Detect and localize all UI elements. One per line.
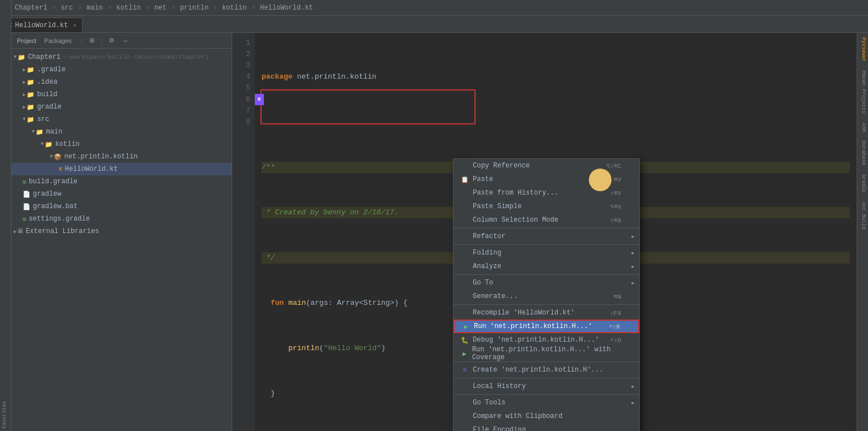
project-tree: ▼ 📁 Chapter1 ~/workspace/Kotlin-imooc/co… [11, 49, 232, 431]
gradle-panel[interactable]: Gradle [857, 170, 868, 197]
maven-panel[interactable]: Maven Projects [857, 66, 868, 118]
tree-root[interactable]: ▼ 📁 Chapter1 ~/workspace/Kotlin-imooc/co… [11, 51, 232, 63]
tree-settings-gradle[interactable]: ⊙ settings.gradle [11, 213, 232, 225]
tree-gradle[interactable]: ▶ 📁 gradle [11, 101, 232, 113]
ctx-compare-clipboard[interactable]: Compare with Clipboard [454, 410, 639, 423]
tree-external-libs[interactable]: ▶ 🏛 External Libraries [11, 225, 232, 238]
tree-src[interactable]: ▼ 📁 src [11, 113, 232, 126]
ctx-recompile[interactable]: Recompile 'HelloWorld.kt' ⇧F9 [454, 306, 639, 320]
yellow-dot-indicator [589, 169, 612, 191]
folder-icon: 📁 [27, 79, 35, 86]
package-icon: 📦 [54, 153, 62, 161]
folder-icon: 📁 [27, 91, 35, 98]
tree-arrow-root: ▼ [14, 54, 16, 60]
asm-panel[interactable]: ASM [857, 118, 868, 136]
tree-main[interactable]: ▼ 📁 main [11, 126, 232, 138]
tab-bar: K HelloWorld.kt ✕ [0, 16, 868, 33]
code-line-1: package net.println.kotlin [262, 71, 850, 83]
folder-icon: 📁 [18, 54, 25, 61]
tree-gradle-hidden[interactable]: ▶ 📁 .gradle [11, 63, 232, 76]
toolbar-sync[interactable]: ⊞ [87, 36, 97, 45]
gradle-icon: ⊙ [23, 178, 27, 186]
tab-close-icon[interactable]: ✕ [73, 22, 76, 29]
tree-kotlin[interactable]: ▼ 📁 kotlin [11, 138, 232, 150]
ctx-refactor[interactable]: Refactor [454, 230, 639, 243]
ctx-goto[interactable]: Go To [454, 276, 639, 290]
project-tab[interactable]: Project [15, 36, 39, 45]
coverage-icon: ▶ [460, 350, 469, 357]
folder-icon: 📁 [27, 116, 35, 123]
folder-icon: 📁 [27, 104, 35, 111]
ctx-column-select[interactable]: Column Selection Mode ⇧⌘8 [454, 213, 639, 227]
folder-icon: 📁 [45, 141, 53, 148]
tree-build[interactable]: ▶ 📁 build [11, 88, 232, 101]
ctx-sep-7 [454, 394, 639, 395]
main-layout: 1: Project 2: Structure Project Packages… [0, 33, 868, 431]
line-numbers: 1 2 3 4 5 6 7 8 [232, 33, 255, 431]
ctx-sep-4 [454, 304, 639, 305]
ctx-go-tools[interactable]: Go Tools [454, 396, 639, 410]
ctx-sep-1 [454, 228, 639, 229]
create-icon: K [460, 367, 469, 373]
ctx-create[interactable]: K Create 'net.println.kotlin.H'... [454, 363, 639, 377]
favorites-label[interactable]: Favorites [0, 399, 11, 431]
folder-icon: 📁 [36, 128, 44, 136]
ctx-sep-5 [454, 361, 639, 362]
bat-icon: 📄 [23, 203, 31, 210]
folder-icon: 📁 [27, 66, 35, 74]
ctx-copy-reference[interactable]: Copy Reference ⌥⇧⌘C [454, 159, 639, 173]
gradle-settings-icon: ⊙ [23, 215, 27, 223]
packages-tab[interactable]: Packages [42, 36, 74, 45]
right-sidebar: PyViewer Maven Projects ASM Database Gra… [857, 33, 868, 431]
ctx-generate[interactable]: Generate... ⌘N [454, 290, 639, 303]
pyviewer-panel[interactable]: PyViewer [857, 33, 868, 66]
tree-helloworld[interactable]: K HelloWorld.kt [11, 163, 232, 175]
library-icon: 🏛 [18, 228, 23, 235]
ctx-analyze[interactable]: Analyze [454, 260, 639, 273]
ctx-debug[interactable]: 🐛 Debug 'net.println.kotlin.H...' ^⇧D [454, 333, 639, 347]
toolbar-settings[interactable]: ⚙ [106, 36, 117, 45]
ctx-local-history[interactable]: Local History [454, 380, 639, 393]
context-menu: Copy Reference ⌥⇧⌘C 📋 Paste ⌘V Paste fro… [453, 158, 640, 431]
favorites-sidebar: Favorites [0, 0, 11, 431]
ant-build-panel[interactable]: Ant Build [857, 197, 868, 234]
ctx-run-coverage[interactable]: ▶ Run 'net.println.kotlin.H...' with Cov… [454, 347, 639, 360]
database-panel[interactable]: Database [857, 136, 868, 170]
tree-gradlew[interactable]: 📄 gradlew [11, 188, 232, 200]
project-panel: Project Packages › ⊞ ⚙ ↔ ▼ 📁 Chapter1 ~/… [11, 33, 232, 431]
file-icon: 📄 [23, 191, 31, 198]
toolbar-expand[interactable]: ↔ [120, 36, 131, 45]
tab-helloworld[interactable]: K HelloWorld.kt ✕ [2, 18, 83, 32]
ctx-sep-3 [454, 274, 639, 275]
ctx-sep-2 [454, 244, 639, 245]
tree-gradlew-bat[interactable]: 📄 gradlew.bat [11, 200, 232, 213]
code-line-2 [262, 117, 850, 128]
run-icon: ▶ [461, 323, 471, 330]
ctx-paste-simple[interactable]: Paste Simple ⌥⌘V [454, 200, 639, 213]
ctx-file-encoding[interactable]: File Encoding [454, 423, 639, 431]
tree-build-gradle[interactable]: ⊙ build.gradle [11, 175, 232, 188]
ctx-paste-history[interactable]: Paste from History... ⇧⌘V [454, 186, 639, 200]
kotlin-gutter-icon: K [255, 94, 264, 105]
ctx-sep-6 [454, 378, 639, 378]
tree-package[interactable]: ▼ 📦 net.println.kotlin [11, 150, 232, 163]
project-toolbar: Project Packages › ⊞ ⚙ ↔ [11, 33, 232, 49]
tree-idea[interactable]: ▶ 📁 .idea [11, 76, 232, 88]
ctx-folding[interactable]: Folding [454, 246, 639, 260]
ctx-run[interactable]: ▶ Run 'net.println.kotlin.H...' ^⇧R [454, 320, 639, 333]
kotlin-file-icon: K [59, 166, 63, 173]
title-bar: 📁 Chapter1 › src › main › kotlin › net ›… [0, 0, 868, 16]
debug-icon: 🐛 [460, 337, 469, 344]
